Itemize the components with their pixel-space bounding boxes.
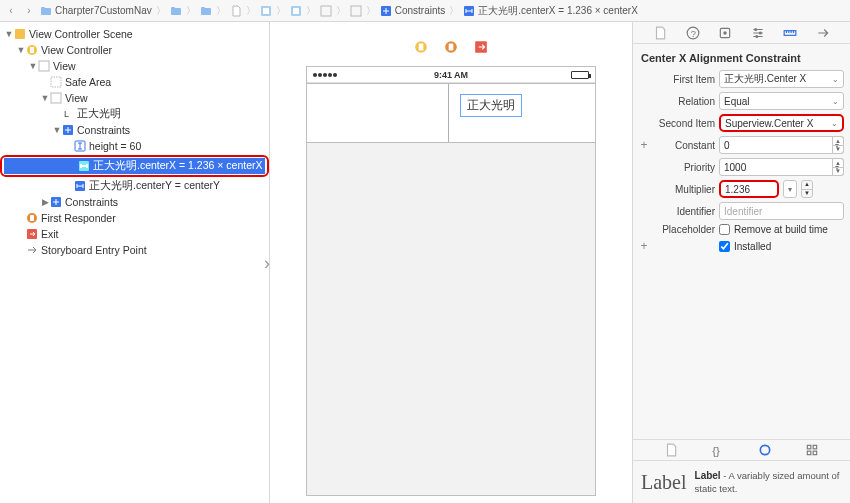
crumb-view[interactable]: [320, 5, 332, 17]
outline-row[interactable]: Exit: [0, 226, 269, 242]
remove-at-build-checkbox[interactable]: Remove at build time: [719, 224, 828, 235]
outline-row[interactable]: Safe Area: [0, 74, 269, 90]
folder-icon: [200, 5, 212, 17]
library-item-label[interactable]: Label Label - A variably sized amount of…: [633, 461, 850, 503]
status-bar: 9:41 AM: [307, 67, 595, 83]
outline-row-label: Exit: [41, 228, 59, 240]
second-item-select[interactable]: Superview.Center X⌄: [719, 114, 844, 132]
view-icon: [320, 5, 332, 17]
device-preview[interactable]: 9:41 AM 正大光明: [306, 66, 596, 496]
outline-row[interactable]: ▼View Controller Scene: [0, 26, 269, 42]
file-inspector-tab[interactable]: [651, 25, 669, 41]
disclosure-arrow-icon[interactable]: ▼: [16, 45, 26, 55]
outline-row-label: height = 60: [89, 140, 141, 152]
relation-select[interactable]: Equal⌄: [719, 92, 844, 110]
code-snippets-tab[interactable]: [709, 442, 727, 458]
nav-back-button[interactable]: ‹: [4, 4, 18, 18]
library-tabs: [633, 439, 850, 461]
constant-stepper[interactable]: ▲▼: [832, 136, 844, 154]
canvas-toolbar: [412, 38, 490, 56]
constraints-icon: [50, 196, 62, 208]
multiplier-field[interactable]: 1.236: [719, 180, 779, 198]
crumb-project[interactable]: Charpter7CustomNav: [40, 5, 152, 17]
help-inspector-tab[interactable]: [684, 25, 702, 41]
constraints-icon: [380, 5, 392, 17]
constant-field[interactable]: 0▾▲▼: [719, 136, 844, 154]
crumb-constraint-item[interactable]: 正大光明.centerX = 1.236 × centerX: [463, 4, 638, 18]
outline-row-label: View: [65, 92, 88, 104]
add-constant-button[interactable]: +: [639, 138, 649, 152]
disclosure-arrow-icon[interactable]: ▶: [40, 197, 50, 207]
crumb-scene[interactable]: [290, 5, 302, 17]
constant-label: Constant: [653, 140, 715, 151]
container-view[interactable]: 正大光明: [307, 83, 595, 143]
view-icon: [50, 92, 62, 104]
crumb-file[interactable]: [230, 5, 242, 17]
disclosure-arrow-icon[interactable]: ▼: [52, 125, 62, 135]
outline-row-label: View Controller: [41, 44, 112, 56]
outline-row[interactable]: ▶Constraints: [0, 194, 269, 210]
outline-row[interactable]: ▼Constraints: [0, 122, 269, 138]
canvas-vc-button[interactable]: [412, 38, 430, 56]
chevron-down-icon: ⌄: [832, 75, 839, 84]
inspector-panel: Center X Alignment Constraint First Item…: [632, 22, 850, 503]
crumb-group-2[interactable]: [200, 5, 212, 17]
folder-icon: [40, 5, 52, 17]
size-inspector-tab[interactable]: [781, 25, 799, 41]
media-library-tab[interactable]: [803, 442, 821, 458]
outline-row[interactable]: 正大光明.centerX = 1.236 × centerX: [4, 158, 265, 174]
outline-row-label: 正大光明.centerY = centerY: [89, 179, 220, 193]
canvas[interactable]: › 9:41 AM 正大光明: [270, 22, 632, 503]
outline-row-label: Constraints: [65, 196, 118, 208]
cX-icon: [74, 180, 86, 192]
add-installed-button[interactable]: +: [639, 239, 649, 253]
document-outline[interactable]: ▼View Controller Scene▼View Controller▼V…: [0, 22, 270, 503]
inspector-tabs: [633, 22, 850, 44]
installed-checkbox[interactable]: Installed: [719, 241, 771, 252]
vc-icon: [26, 44, 38, 56]
file-icon: [230, 5, 242, 17]
scene-icon: [14, 28, 26, 40]
file-templates-tab[interactable]: [662, 442, 680, 458]
safe-icon: [50, 76, 62, 88]
identifier-field[interactable]: Identifier: [719, 202, 844, 220]
first-item-select[interactable]: 正大光明.Center X⌄: [719, 70, 844, 88]
connections-inspector-tab[interactable]: [814, 25, 832, 41]
disclosure-arrow-icon[interactable]: ▼: [28, 61, 38, 71]
cH-icon: [74, 140, 86, 152]
outline-row[interactable]: height = 60: [0, 138, 269, 154]
outline-row-label: View: [53, 60, 76, 72]
fr-icon: [26, 212, 38, 224]
outline-row-label: Constraints: [77, 124, 130, 136]
multiplier-stepper[interactable]: ▲▼: [801, 180, 813, 198]
crumb-group-1[interactable]: [170, 5, 182, 17]
outline-row[interactable]: 正大光明.centerY = centerY: [0, 178, 269, 194]
multiplier-dropdown[interactable]: ▾: [783, 180, 797, 198]
attributes-inspector-tab[interactable]: [749, 25, 767, 41]
constraints-icon: [62, 124, 74, 136]
outline-toggle-icon[interactable]: ›: [264, 252, 270, 273]
breadcrumb-bar: ‹ › Charpter7CustomNav 〉 〉 〉 〉 〉 〉 〉 〉 C…: [0, 0, 850, 22]
nav-forward-button[interactable]: ›: [22, 4, 36, 18]
chevron-down-icon: ▾: [788, 185, 792, 194]
canvas-exit-button[interactable]: [472, 38, 490, 56]
crumb-constraints[interactable]: Constraints: [380, 5, 446, 17]
priority-stepper[interactable]: ▲▼: [832, 158, 844, 176]
outline-row[interactable]: ▼View Controller: [0, 42, 269, 58]
crumb-storyboard[interactable]: [260, 5, 272, 17]
chevron-down-icon: ⌄: [831, 119, 838, 128]
outline-row[interactable]: ▼View: [0, 58, 269, 74]
outline-row[interactable]: 正大光明: [0, 106, 269, 122]
canvas-fr-button[interactable]: [442, 38, 460, 56]
disclosure-arrow-icon[interactable]: ▼: [40, 93, 50, 103]
outline-row[interactable]: Storyboard Entry Point: [0, 242, 269, 258]
outline-row[interactable]: ▼View: [0, 90, 269, 106]
outline-row[interactable]: First Responder: [0, 210, 269, 226]
identity-inspector-tab[interactable]: [716, 25, 734, 41]
label-object-icon: Label: [641, 471, 687, 494]
selected-label[interactable]: 正大光明: [460, 94, 522, 117]
disclosure-arrow-icon[interactable]: ▼: [4, 29, 14, 39]
priority-field[interactable]: 1000▾▲▼: [719, 158, 844, 176]
crumb-view-2[interactable]: [350, 5, 362, 17]
object-library-tab[interactable]: [756, 442, 774, 458]
